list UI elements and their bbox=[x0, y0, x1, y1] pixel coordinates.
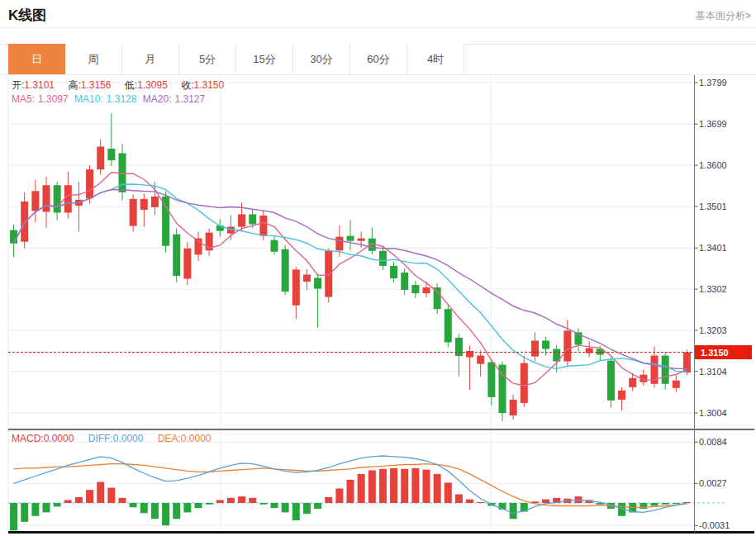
svg-text:0.0027: 0.0027 bbox=[699, 478, 727, 488]
tab-hour4[interactable]: 4时 bbox=[407, 44, 464, 74]
tab-week[interactable]: 周 bbox=[65, 44, 122, 74]
ohlc-legend: 开:1.3101 高:1.3156 低:1.3095 收:1.3150 bbox=[12, 78, 235, 92]
ma5-value: 1.3097 bbox=[38, 93, 69, 105]
svg-text:1.3600: 1.3600 bbox=[699, 160, 727, 170]
tab-month[interactable]: 月 bbox=[122, 44, 179, 74]
macd-value: 0.0000 bbox=[44, 433, 74, 444]
tab-min15[interactable]: 15分 bbox=[236, 44, 293, 74]
tab-min5[interactable]: 5分 bbox=[179, 44, 236, 74]
open-value: 1.3101 bbox=[24, 79, 55, 91]
high-value: 1.3156 bbox=[81, 79, 112, 91]
price-axis: 1.37991.36991.36001.35011.34011.33021.32… bbox=[695, 75, 730, 533]
tab-day[interactable]: 日 bbox=[8, 44, 65, 74]
last-price-badge: 1.3150 bbox=[695, 345, 752, 359]
macd-legend: MACD:0.0000 DIFF:0.0000 DEA:0.0000 bbox=[12, 433, 211, 444]
close-value: 1.3150 bbox=[194, 79, 225, 91]
low-label: 低: bbox=[125, 79, 137, 91]
svg-text:1.3004: 1.3004 bbox=[699, 408, 727, 418]
svg-text:1.3699: 1.3699 bbox=[699, 119, 727, 129]
svg-text:-0.0031: -0.0031 bbox=[699, 520, 730, 530]
candles-series bbox=[10, 113, 691, 421]
timeframe-tabbar: 日周月5分15分30分60分4时 bbox=[8, 44, 464, 74]
ma20-label: MA20: bbox=[143, 93, 172, 105]
svg-text:1.3203: 1.3203 bbox=[699, 325, 727, 335]
tab-min60[interactable]: 60分 bbox=[350, 44, 407, 74]
macd-label: MACD: bbox=[12, 433, 44, 444]
svg-text:1.3104: 1.3104 bbox=[699, 367, 727, 377]
open-label: 开: bbox=[12, 79, 24, 91]
svg-text:1.3401: 1.3401 bbox=[699, 243, 727, 253]
ma10-line bbox=[14, 184, 687, 372]
ma20-line bbox=[14, 190, 687, 369]
ma-legend: MA5:1.3097 MA10:1.3128 MA20:1.3127 bbox=[12, 93, 208, 105]
dea-value: 0.0000 bbox=[181, 433, 212, 444]
ma10-value: 1.3128 bbox=[107, 93, 137, 105]
low-value: 1.3095 bbox=[137, 79, 168, 91]
close-label: 收: bbox=[181, 79, 193, 91]
dea-label: DEA: bbox=[158, 433, 181, 444]
ma10-label: MA10: bbox=[74, 93, 103, 105]
diff-value: 0.0000 bbox=[113, 433, 144, 444]
high-label: 高: bbox=[68, 79, 80, 91]
kline-page: K线图 基本面分析> 日周月5分15分30分60分4时 1.37991.3699… bbox=[0, 0, 756, 536]
svg-text:1.3302: 1.3302 bbox=[699, 284, 727, 294]
ma20-value: 1.3127 bbox=[174, 93, 205, 105]
svg-text:1.3150: 1.3150 bbox=[701, 348, 729, 358]
diff-label: DIFF: bbox=[88, 433, 113, 444]
tab-min30[interactable]: 30分 bbox=[293, 44, 350, 74]
ma5-line bbox=[14, 173, 687, 386]
svg-text:0.0084: 0.0084 bbox=[699, 437, 727, 447]
svg-text:1.3501: 1.3501 bbox=[699, 202, 727, 211]
svg-text:1.3799: 1.3799 bbox=[699, 78, 727, 88]
ma5-label: MA5: bbox=[12, 93, 35, 105]
macd-histogram bbox=[10, 468, 691, 530]
